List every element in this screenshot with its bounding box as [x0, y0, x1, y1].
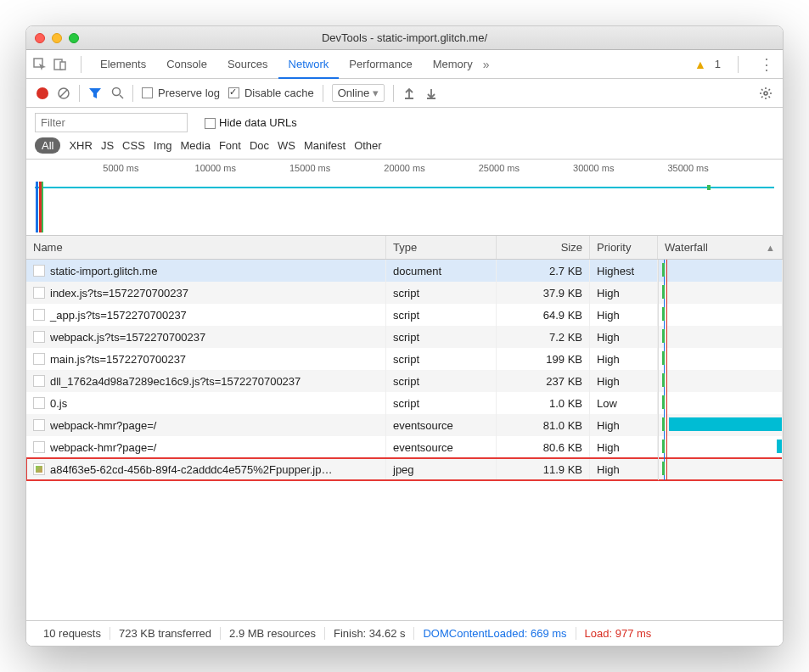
chip-all[interactable]: All	[35, 137, 60, 154]
waterfall-load-line	[666, 458, 667, 480]
waterfall-load-line	[666, 282, 667, 304]
chip-css[interactable]: CSS	[122, 139, 145, 152]
requests-table: Name Type Size Priority Waterfall▲ stati…	[26, 236, 783, 620]
sort-arrow-icon: ▲	[766, 243, 775, 253]
tl-label: 15000 ms	[289, 163, 330, 173]
table-row[interactable]: _app.js?ts=1572270700237script64.9 KBHig…	[26, 304, 783, 326]
table-body: static-import.glitch.medocument2.7 KBHig…	[26, 260, 783, 620]
cell-size: 2.7 KB	[497, 260, 590, 282]
cell-name: webpack-hmr?page=/	[26, 436, 386, 458]
tab-performance[interactable]: Performance	[339, 50, 422, 78]
separator	[81, 56, 81, 73]
file-name: 0.js	[50, 397, 67, 410]
type-filter-chips: All XHR JS CSS Img Media Font Doc WS Man…	[35, 137, 774, 154]
cell-priority: High	[590, 282, 658, 304]
hide-data-urls-label: Hide data URLs	[219, 116, 297, 129]
status-requests: 10 requests	[35, 627, 110, 640]
clear-icon[interactable]	[57, 87, 70, 100]
tab-sources[interactable]: Sources	[217, 50, 278, 78]
inspect-element-icon[interactable]	[31, 56, 48, 73]
filter-icon[interactable]	[88, 87, 102, 100]
waterfall-bar	[662, 263, 665, 277]
cell-type: script	[386, 348, 497, 370]
cell-priority: High	[590, 304, 658, 326]
device-toolbar-icon[interactable]	[52, 56, 69, 73]
separator	[738, 56, 739, 73]
disable-cache-label: Disable cache	[244, 87, 314, 99]
tl-label: 5000 ms	[103, 163, 138, 173]
cell-size: 64.9 KB	[497, 304, 590, 326]
warning-icon[interactable]: ▲	[694, 58, 706, 71]
waterfall-bar	[662, 285, 665, 299]
col-waterfall-label: Waterfall	[665, 241, 708, 254]
table-row[interactable]: webpack.js?ts=1572270700237script7.2 KBH…	[26, 326, 783, 348]
cell-type: script	[386, 326, 497, 348]
more-tabs-icon[interactable]: »	[483, 58, 490, 71]
col-type[interactable]: Type	[386, 236, 497, 259]
file-name: main.js?ts=1572270700237	[50, 353, 186, 366]
chip-js[interactable]: JS	[101, 139, 114, 152]
tl-label: 20000 ms	[384, 163, 424, 173]
record-button[interactable]	[37, 87, 48, 99]
chevron-down-icon: ▾	[373, 87, 379, 99]
table-row[interactable]: a84f63e5-62cd-456b-89f4-c2adddc4e575%2Fp…	[26, 458, 783, 480]
chip-font[interactable]: Font	[219, 139, 241, 152]
tab-console[interactable]: Console	[156, 50, 217, 78]
svg-point-5	[112, 88, 120, 96]
timeline-labels: 5000 ms 10000 ms 15000 ms 20000 ms 25000…	[26, 163, 783, 176]
waterfall-load-line	[666, 436, 667, 458]
chip-ws[interactable]: WS	[278, 139, 295, 152]
waterfall-bar	[662, 329, 665, 343]
download-har-icon[interactable]	[424, 87, 438, 100]
tab-elements[interactable]: Elements	[90, 50, 156, 78]
search-icon[interactable]	[110, 87, 124, 100]
tab-memory[interactable]: Memory	[423, 50, 483, 78]
cell-name: dll_1762a4d98a7289ec16c9.js?ts=157227070…	[26, 370, 386, 392]
cell-size: 11.9 KB	[497, 458, 590, 480]
table-row[interactable]: 0.jsscript1.0 KBLow	[26, 392, 783, 414]
disable-cache-checkbox[interactable]: Disable cache	[228, 87, 314, 99]
table-row[interactable]: main.js?ts=1572270700237script199 KBHigh	[26, 348, 783, 370]
chip-xhr[interactable]: XHR	[69, 139, 92, 152]
file-name: dll_1762a4d98a7289ec16c9.js?ts=157227070…	[50, 375, 301, 388]
table-row[interactable]: webpack-hmr?page=/eventsource81.0 KBHigh	[26, 414, 783, 436]
tab-network[interactable]: Network	[278, 51, 340, 79]
waterfall-bar	[662, 351, 665, 365]
chip-other[interactable]: Other	[354, 139, 382, 152]
throttling-select[interactable]: Online ▾	[332, 84, 385, 102]
preserve-log-checkbox[interactable]: Preserve log	[142, 87, 220, 99]
cell-name: _app.js?ts=1572270700237	[26, 304, 386, 326]
col-priority[interactable]: Priority	[590, 236, 658, 259]
col-size[interactable]: Size	[497, 236, 590, 259]
separator	[393, 85, 394, 102]
cell-name: main.js?ts=1572270700237	[26, 348, 386, 370]
table-row[interactable]: webpack-hmr?page=/eventsource80.6 KBHigh	[26, 436, 783, 458]
waterfall-load-line	[666, 414, 667, 436]
table-row[interactable]: static-import.glitch.medocument2.7 KBHig…	[26, 260, 783, 282]
waterfall-bar	[662, 373, 665, 387]
chip-doc[interactable]: Doc	[250, 139, 269, 152]
table-header: Name Type Size Priority Waterfall▲	[26, 236, 783, 260]
table-row[interactable]: dll_1762a4d98a7289ec16c9.js?ts=157227070…	[26, 370, 783, 392]
timeline-bar	[42, 182, 43, 232]
chip-media[interactable]: Media	[180, 139, 210, 152]
settings-icon[interactable]	[759, 87, 772, 100]
upload-har-icon[interactable]	[402, 87, 416, 100]
overview-timeline[interactable]: 5000 ms 10000 ms 15000 ms 20000 ms 25000…	[26, 160, 783, 236]
col-name[interactable]: Name	[26, 236, 386, 259]
filter-input[interactable]	[35, 113, 188, 132]
status-finish: Finish: 34.62 s	[325, 627, 415, 640]
tl-label: 30000 ms	[573, 163, 614, 173]
col-waterfall[interactable]: Waterfall▲	[658, 236, 783, 259]
cell-waterfall	[658, 304, 783, 326]
file-name: webpack-hmr?page=/	[50, 441, 156, 454]
hide-data-urls-checkbox[interactable]: Hide data URLs	[205, 116, 297, 129]
waterfall-load-line	[666, 370, 667, 392]
cell-waterfall	[658, 414, 783, 436]
chip-manifest[interactable]: Manifest	[304, 139, 346, 152]
kebab-menu-icon[interactable]: ⋮	[756, 55, 778, 74]
table-row[interactable]: index.js?ts=1572270700237script37.9 KBHi…	[26, 282, 783, 304]
waterfall-bar	[777, 440, 782, 453]
chip-img[interactable]: Img	[154, 139, 172, 152]
filter-bar: Hide data URLs All XHR JS CSS Img Media …	[26, 108, 783, 160]
